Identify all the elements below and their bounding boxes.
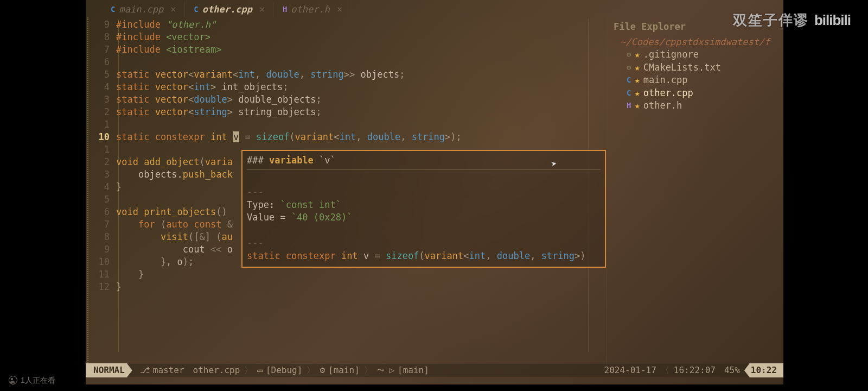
status-percent: 45% — [720, 364, 744, 376]
vim-mode: NORMAL — [86, 363, 132, 377]
code-line[interactable]: static constexpr int v = sizeof(variant<… — [116, 131, 607, 143]
branch-icon: ⎇ — [140, 364, 150, 376]
cpp-icon: C — [627, 75, 631, 85]
tab-bar: C main.cpp × C other.cpp × H other.h × — [86, 0, 783, 17]
editor-pane[interactable]: 98765432110123456789101112 #include "oth… — [86, 17, 607, 374]
line-number: 4 — [86, 181, 110, 193]
close-icon[interactable]: × — [259, 3, 265, 16]
code-line[interactable] — [116, 56, 607, 68]
line-number: 1 — [86, 118, 110, 131]
file-tree-item[interactable]: C★other.cpp — [612, 87, 779, 99]
line-number: 10 — [86, 131, 110, 143]
code-line[interactable]: static vector<string> string_objects; — [116, 106, 607, 118]
h-icon: H — [627, 100, 631, 111]
breadcrumb-file[interactable]: other.cpp — [189, 364, 245, 376]
tab-label: other.h — [291, 3, 330, 16]
code-line[interactable]: } — [116, 268, 607, 281]
star-icon: ★ — [634, 87, 640, 99]
tab-label: main.cpp — [119, 3, 163, 16]
git-branch[interactable]: ⎇ master — [136, 364, 189, 376]
file-tree-item[interactable]: ⚙★CMakeLists.txt — [612, 61, 779, 74]
status-bar: NORMAL ⎇ master other.cpp 〉 ▭ [Debug] 〉 … — [86, 364, 783, 377]
line-number: 3 — [86, 168, 110, 181]
cpp-icon: C — [111, 4, 115, 15]
cpp-icon: C — [627, 88, 631, 98]
popup-type-val: `const int` — [280, 199, 341, 210]
breadcrumb-debug[interactable]: ▭ [Debug] — [253, 364, 307, 376]
code-line[interactable]: #include "other.h" — [116, 18, 607, 31]
file-name: other.h — [643, 99, 682, 112]
cpp-icon: C — [194, 4, 198, 15]
line-number: 9 — [86, 18, 110, 31]
line-number: 8 — [86, 231, 110, 243]
file-explorer[interactable]: File Explorer ~/Codes/cppstdxsimdwatest/… — [607, 17, 783, 374]
popup-dash: --- — [247, 186, 601, 198]
code-line[interactable]: static vector<variant<int, double, strin… — [116, 68, 607, 81]
line-number: 7 — [86, 218, 110, 231]
popup-value-label: Value = — [247, 212, 291, 223]
star-icon: ★ — [634, 74, 640, 86]
status-date: 2024-01-17 — [600, 364, 661, 376]
code-line[interactable]: #include <vector> — [116, 31, 607, 43]
star-icon: ★ — [634, 48, 640, 61]
gear-icon: ⚙ — [627, 62, 631, 73]
line-number: 3 — [86, 93, 110, 106]
file-tree-item[interactable]: C★main.cpp — [612, 74, 779, 86]
tab-other-h[interactable]: H other.h × — [274, 2, 352, 17]
popup-signature: static constexpr int v = sizeof(variant<… — [247, 250, 601, 262]
branch-name: master — [153, 364, 184, 376]
breadcrumb-main1[interactable]: ⚙ [main] — [315, 364, 363, 376]
line-number: 8 — [86, 31, 110, 43]
file-tree-item[interactable]: H★other.h — [612, 99, 779, 112]
gear-icon: ⚙ — [627, 49, 631, 60]
tab-label: other.cpp — [202, 3, 252, 16]
popup-separator — [247, 169, 601, 170]
popup-header-kw: variable — [269, 155, 314, 166]
popup-header-name: `v` — [314, 155, 336, 166]
line-number: 10 — [86, 256, 110, 268]
file-name: main.cpp — [643, 74, 688, 86]
file-name: CMakeLists.txt — [643, 61, 721, 74]
line-number: 12 — [86, 281, 110, 293]
code-line[interactable]: static vector<int> int_objects; — [116, 81, 607, 93]
person-icon — [9, 376, 17, 384]
file-tree-item[interactable]: ⚙★.gitignore — [612, 48, 779, 61]
line-number: 1 — [86, 143, 110, 156]
breadcrumb-run[interactable]: ⤳ ▷ [main] — [373, 364, 433, 376]
file-explorer-path: ~/Codes/cppstdxsimdwatest/f — [612, 36, 779, 48]
line-number: 11 — [86, 268, 110, 281]
status-time: 16:22:07 — [669, 364, 720, 376]
line-number: 5 — [86, 68, 110, 81]
tab-main-cpp[interactable]: C main.cpp × — [102, 2, 185, 17]
popup-type-label: Type: — [247, 199, 280, 210]
status-position: 10:22 — [744, 363, 783, 377]
star-icon: ★ — [634, 61, 640, 74]
line-number: 4 — [86, 81, 110, 93]
code-line[interactable]: } — [116, 281, 607, 293]
line-number: 6 — [86, 206, 110, 218]
star-icon: ★ — [634, 99, 640, 112]
file-name: other.cpp — [643, 87, 693, 99]
h-icon: H — [283, 4, 287, 15]
line-number: 9 — [86, 243, 110, 256]
code-line[interactable] — [116, 118, 607, 131]
line-number: 7 — [86, 43, 110, 56]
code-line[interactable]: #include <iostream> — [116, 43, 607, 56]
close-icon[interactable]: × — [337, 3, 342, 16]
popup-dash: --- — [247, 237, 601, 249]
line-gutter: 98765432110123456789101112 — [86, 18, 116, 374]
line-number: 2 — [86, 156, 110, 168]
viewer-count: 1人正在看 — [9, 375, 55, 386]
popup-header-prefix: ### — [247, 155, 269, 166]
popup-value-val: `40 (0x28)` — [291, 212, 353, 223]
tab-other-cpp[interactable]: C other.cpp × — [185, 2, 274, 17]
line-number: 2 — [86, 106, 110, 118]
line-number: 6 — [86, 56, 110, 68]
line-number: 5 — [86, 193, 110, 206]
code-line[interactable]: static vector<double> double_objects; — [116, 93, 607, 106]
video-watermark: 双笙子佯谬bilibili — [733, 11, 851, 30]
app-window: C main.cpp × C other.cpp × H other.h × 9… — [86, 0, 783, 384]
file-name: .gitignore — [643, 48, 699, 61]
close-icon[interactable]: × — [170, 3, 176, 16]
